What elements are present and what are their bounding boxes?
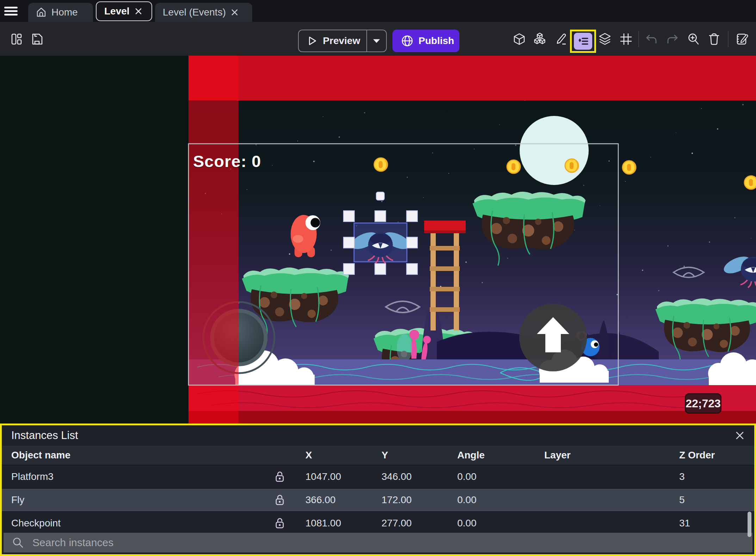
search-icon bbox=[12, 537, 24, 549]
tab-level[interactable]: Level bbox=[96, 1, 152, 21]
instances-list-panel: Instances List Object name X Y Angle Lay… bbox=[0, 424, 756, 556]
cell-x[interactable]: 1081.00 bbox=[296, 518, 372, 529]
red-band-top bbox=[188, 56, 756, 100]
cell-y[interactable]: 277.00 bbox=[372, 518, 448, 529]
layout-panels-icon[interactable] bbox=[10, 32, 23, 46]
col-y: Y bbox=[372, 450, 448, 461]
cell-z-order[interactable]: 31 bbox=[670, 518, 754, 529]
scene-render bbox=[0, 56, 756, 424]
cell-y[interactable]: 172.00 bbox=[372, 494, 448, 506]
blue-leaf bbox=[397, 334, 412, 362]
table-row[interactable]: Platform3 1047.00 346.00 0.00 3 bbox=[2, 465, 754, 488]
col-x: X bbox=[296, 450, 372, 461]
score-hud-text: Score: 0 bbox=[193, 152, 261, 171]
moon[interactable] bbox=[520, 116, 589, 185]
publish-label: Publish bbox=[419, 35, 454, 47]
col-z-order: Z Order bbox=[670, 450, 754, 461]
cell-object-name: Fly bbox=[2, 494, 263, 506]
coin[interactable] bbox=[565, 159, 578, 172]
pink-plant-cap bbox=[409, 330, 419, 340]
cursor-coordinates-badge: 22;723 bbox=[685, 393, 721, 414]
table-row-selected[interactable]: Fly 366.00 172.00 0.00 5 bbox=[2, 488, 754, 511]
coin[interactable] bbox=[622, 161, 636, 174]
scene-editor-canvas[interactable]: Score: 0 22;723 bbox=[0, 56, 756, 424]
publish-button[interactable]: Publish bbox=[392, 30, 459, 52]
menu-icon[interactable] bbox=[4, 5, 18, 17]
objects-cube-icon[interactable] bbox=[513, 32, 526, 46]
coin[interactable] bbox=[374, 158, 388, 171]
redo-icon[interactable] bbox=[666, 32, 679, 46]
chevron-down-icon[interactable] bbox=[367, 37, 386, 44]
tab-home-label: Home bbox=[51, 7, 78, 18]
undo-icon[interactable] bbox=[645, 32, 658, 46]
cell-x[interactable]: 1047.00 bbox=[296, 471, 372, 482]
instances-search-bar bbox=[4, 533, 752, 552]
cell-y[interactable]: 346.00 bbox=[372, 471, 448, 482]
coin[interactable] bbox=[744, 176, 756, 189]
tab-level-events[interactable]: Level (Events) bbox=[155, 3, 252, 22]
cell-z-order[interactable]: 3 bbox=[670, 471, 754, 482]
trash-icon[interactable] bbox=[707, 32, 721, 46]
cell-x[interactable]: 366.00 bbox=[296, 494, 372, 506]
lock-open-icon[interactable] bbox=[274, 471, 285, 483]
globe-icon bbox=[401, 35, 414, 47]
object-groups-icon[interactable] bbox=[533, 32, 546, 46]
cell-z-order[interactable]: 5 bbox=[670, 494, 754, 506]
canvas-outside-area bbox=[0, 56, 188, 424]
tab-level-events-label: Level (Events) bbox=[163, 7, 226, 18]
layers-icon[interactable] bbox=[598, 32, 612, 46]
cell-object-name: Checkpoint bbox=[2, 518, 263, 529]
toolbar-divider bbox=[728, 31, 729, 47]
table-row[interactable]: Checkpoint 1081.00 277.00 0.00 31 bbox=[2, 511, 754, 535]
preview-label: Preview bbox=[318, 35, 367, 47]
instances-list-highlight bbox=[570, 30, 596, 53]
red-ground-dark bbox=[188, 411, 756, 424]
close-icon[interactable] bbox=[231, 8, 238, 16]
app-window: { "titlebar": { "tabs": [ { "label": "Ho… bbox=[0, 0, 756, 556]
instances-list-icon[interactable] bbox=[574, 33, 592, 50]
cell-angle[interactable]: 0.00 bbox=[448, 471, 535, 482]
panel-scrollbar[interactable] bbox=[748, 512, 751, 537]
grid-icon[interactable] bbox=[619, 32, 633, 46]
tab-strip: Home Level Level (Events) bbox=[0, 0, 756, 22]
zoom-icon[interactable] bbox=[687, 32, 700, 46]
cell-angle[interactable]: 0.00 bbox=[448, 494, 535, 506]
jump-button[interactable] bbox=[519, 304, 587, 371]
red-band-left bbox=[188, 56, 238, 424]
search-input[interactable] bbox=[32, 536, 752, 549]
play-icon bbox=[306, 35, 318, 47]
selected-fly-instance[interactable] bbox=[349, 223, 413, 263]
cell-object-name: Platform3 bbox=[2, 471, 263, 482]
home-icon bbox=[36, 7, 47, 18]
coin[interactable] bbox=[507, 160, 520, 173]
pink-plant-cap bbox=[423, 336, 431, 344]
close-icon[interactable] bbox=[135, 7, 142, 15]
lock-open-icon[interactable] bbox=[274, 494, 285, 506]
tab-home[interactable]: Home bbox=[28, 3, 93, 22]
preview-button[interactable]: Preview bbox=[298, 30, 387, 52]
rotation-handle bbox=[376, 192, 384, 200]
col-angle: Angle bbox=[448, 450, 535, 461]
close-icon[interactable] bbox=[735, 430, 745, 441]
panel-title: Instances List bbox=[11, 429, 78, 442]
tab-level-label: Level bbox=[104, 6, 130, 17]
edit-pencil-icon[interactable] bbox=[554, 32, 568, 46]
toolbar-divider bbox=[638, 31, 639, 47]
toolbar: Preview Publish bbox=[0, 22, 756, 56]
lock-open-icon[interactable] bbox=[274, 517, 285, 529]
events-editor-icon[interactable] bbox=[736, 32, 749, 46]
table-header: Object name X Y Angle Layer Z Order bbox=[2, 446, 754, 465]
col-object-name: Object name bbox=[2, 450, 263, 461]
cell-angle[interactable]: 0.00 bbox=[448, 518, 535, 529]
col-layer: Layer bbox=[535, 450, 670, 461]
save-icon[interactable] bbox=[30, 32, 44, 46]
